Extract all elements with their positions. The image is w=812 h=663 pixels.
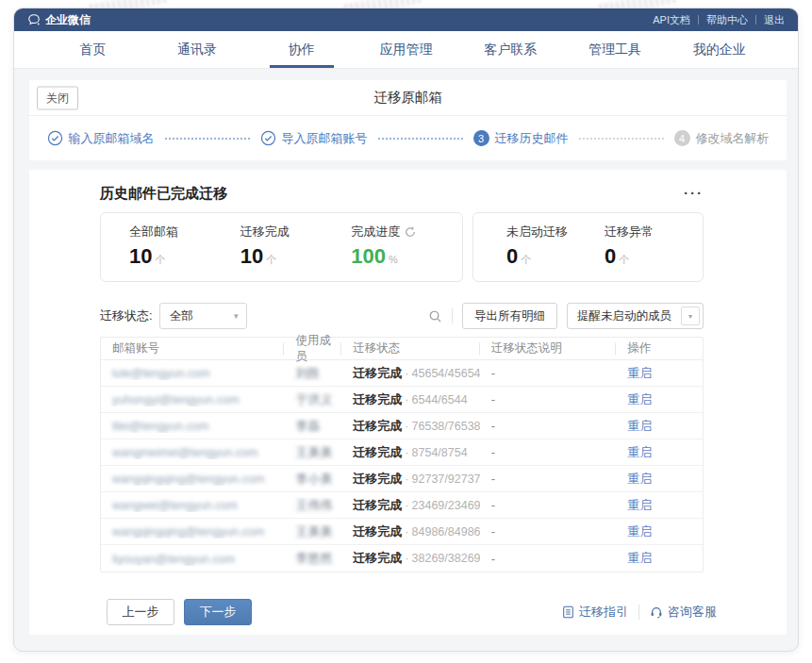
- step-number-badge: 3: [473, 130, 489, 146]
- divider: [452, 308, 453, 323]
- restart-link[interactable]: 重启: [627, 498, 652, 512]
- stat-unit: 个: [619, 254, 629, 265]
- stat-unit: 个: [521, 254, 531, 265]
- column-header: 迁移状态: [341, 340, 480, 356]
- migration-guide-link[interactable]: 迁移指引: [562, 604, 628, 621]
- status-progress: 38269/38269: [412, 552, 480, 565]
- status-note-cell: -: [480, 498, 617, 512]
- prev-step-button[interactable]: 上一步: [107, 599, 174, 625]
- wizard-steps: 输入原邮箱域名导入原邮箱账号3迁移历史邮件4修改域名解析: [29, 116, 787, 160]
- status-cell: 迁移完成·84986/84986: [341, 523, 480, 540]
- nav-tab[interactable]: 客户联系: [458, 31, 563, 68]
- search-icon[interactable]: [428, 309, 442, 323]
- status-cell: 迁移完成·92737/92737: [341, 471, 480, 488]
- chevron-down-icon[interactable]: ▾: [681, 307, 700, 325]
- contact-support-link[interactable]: 咨询客服: [650, 604, 717, 621]
- admin-window: 企业微信 API文档 帮助中心 退出 首页通讯录协作应用管理客户联系管理工具我的…: [13, 8, 799, 652]
- email-cell: wangqingqing@tengyun.com: [101, 472, 284, 486]
- restart-link[interactable]: 重启: [627, 366, 652, 380]
- table-row: liyouyan@tengyun.com李悠然迁移完成·38269/38269-…: [101, 545, 703, 572]
- wizard-panel: 关闭 迁移原邮箱 输入原邮箱域名导入原邮箱账号3迁移历史邮件4修改域名解析: [29, 80, 787, 160]
- remind-members-label: 提醒未启动的成员: [568, 304, 681, 328]
- status-cell: 迁移完成·45654/45654: [341, 365, 480, 382]
- next-step-button[interactable]: 下一步: [184, 599, 252, 625]
- member-name-masked: 王美美: [295, 524, 332, 539]
- status-separator: ·: [405, 419, 408, 433]
- action-cell: 重启: [616, 550, 703, 567]
- logout-link[interactable]: 退出: [764, 13, 785, 27]
- status-progress: 84986/84986: [412, 525, 480, 539]
- member-name-masked: 王伟伟: [295, 498, 332, 512]
- topbar: 企业微信 API文档 帮助中心 退出: [14, 8, 798, 31]
- member-cell: 王美美: [284, 444, 341, 461]
- stats-row: 全部邮箱10个迁移完成10个完成进度100% 未启动迁移0个迁移异常0个: [100, 212, 704, 282]
- stat-value: 0个: [506, 245, 605, 271]
- migration-status-select[interactable]: 全部 ▾: [159, 303, 247, 329]
- close-button[interactable]: 关闭: [37, 86, 78, 109]
- stat-label: 迁移完成: [240, 224, 352, 240]
- wizard-title: 迁移原邮箱: [373, 89, 442, 107]
- toolbar-actions: 导出所有明细 提醒未启动的成员 ▾: [428, 303, 704, 329]
- headset-icon: [650, 605, 663, 619]
- wizard-step: 3迁移历史邮件: [473, 130, 569, 147]
- contact-support-label: 咨询客服: [668, 604, 717, 621]
- member-name-masked: 李小美: [295, 472, 332, 486]
- migration-panel: 历史邮件已完成迁移 ··· 全部邮箱10个迁移完成10个完成进度100% 未启动…: [29, 170, 787, 635]
- status-note-cell: -: [480, 552, 617, 566]
- nav-tab[interactable]: 协作: [249, 31, 354, 68]
- stat-label: 迁移异常: [605, 224, 703, 240]
- stat-item: 迁移完成10个: [240, 224, 352, 271]
- refresh-icon[interactable]: [405, 226, 416, 238]
- restart-link[interactable]: 重启: [627, 551, 652, 565]
- api-docs-link[interactable]: API文档: [653, 13, 690, 27]
- status-text: 迁移完成: [353, 472, 402, 486]
- status-separator: ·: [405, 551, 408, 565]
- remind-members-button[interactable]: 提醒未启动的成员 ▾: [567, 303, 704, 329]
- export-details-button[interactable]: 导出所有明细: [462, 303, 557, 329]
- column-header: 操作: [616, 340, 703, 356]
- wizard-step: 输入原邮箱域名: [47, 130, 155, 147]
- divider: [755, 15, 756, 25]
- action-cell: 重启: [616, 523, 703, 540]
- wecom-brand[interactable]: 企业微信: [27, 12, 91, 28]
- member-name-masked: 刘胜: [295, 366, 320, 380]
- wizard-footer: 上一步 下一步 迁移指引: [100, 599, 704, 625]
- stats-card-issues: 未启动迁移0个迁移异常0个: [472, 212, 704, 282]
- stat-label: 未启动迁移: [506, 224, 605, 240]
- migration-content: 历史邮件已完成迁移 ··· 全部邮箱10个迁移完成10个完成进度100% 未启动…: [100, 183, 704, 625]
- table-row: wangwei@tengyun.com王伟伟迁移完成·23469/23469-重…: [101, 492, 703, 519]
- email-cell: yuhongyi@tengyun.com: [101, 392, 284, 406]
- member-name-masked: 王美美: [295, 445, 332, 459]
- nav-tab[interactable]: 我的企业: [667, 31, 771, 68]
- restart-link[interactable]: 重启: [627, 419, 652, 433]
- stat-label: 完成进度: [351, 224, 462, 240]
- footer-links: 迁移指引 咨询客服: [562, 604, 717, 621]
- member-name-masked: 于洪义: [295, 392, 332, 406]
- nav-tab[interactable]: 通讯录: [145, 31, 250, 68]
- status-text: 迁移完成: [353, 419, 402, 433]
- nav-tab[interactable]: 管理工具: [563, 31, 668, 68]
- more-actions-button[interactable]: ···: [684, 189, 704, 198]
- step-label: 修改域名解析: [696, 130, 770, 147]
- restart-link[interactable]: 重启: [627, 445, 652, 459]
- nav-tab[interactable]: 首页: [41, 31, 145, 68]
- email-text-masked: wangwei@tengyun.com: [112, 499, 238, 512]
- status-cell: 迁移完成·38269/38269: [341, 550, 480, 567]
- email-text-masked: lule@tengyun.com: [112, 367, 210, 380]
- restart-link[interactable]: 重启: [627, 392, 652, 406]
- help-center-link[interactable]: 帮助中心: [706, 13, 748, 27]
- wizard-step: 导入原邮箱账号: [260, 130, 368, 147]
- status-progress: 92737/92737: [412, 472, 480, 486]
- restart-link[interactable]: 重启: [627, 524, 652, 539]
- stats-card-progress: 全部邮箱10个迁移完成10个完成进度100%: [100, 212, 463, 282]
- member-cell: 刘胜: [284, 365, 341, 382]
- step-label: 导入原邮箱账号: [282, 130, 368, 147]
- column-header: 迁移状态说明: [480, 340, 617, 356]
- status-separator: ·: [405, 445, 408, 459]
- status-separator: ·: [405, 472, 408, 486]
- document-icon: [562, 605, 574, 619]
- nav-tab[interactable]: 应用管理: [354, 31, 458, 68]
- status-text: 迁移完成: [353, 366, 402, 380]
- status-progress: 23469/23469: [412, 499, 480, 512]
- restart-link[interactable]: 重启: [627, 472, 652, 486]
